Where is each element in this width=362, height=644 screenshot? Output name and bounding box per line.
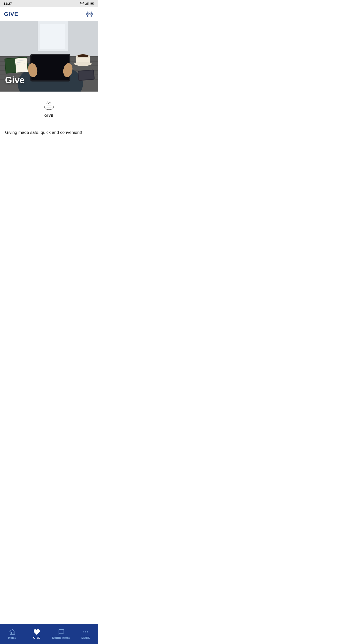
give-section-label: GIVE [44,114,54,117]
svg-rect-4 [88,2,89,5]
svg-rect-1 [85,4,86,5]
page-title: GIVE [4,11,18,17]
gear-icon [86,11,93,17]
content-spacer [0,146,98,196]
svg-rect-18 [40,24,65,49]
svg-point-8 [89,13,90,15]
main-content: GIVE [0,7,98,217]
signal-icon [85,2,89,6]
status-time: 11:27 [4,2,12,6]
svg-point-29 [77,54,88,57]
status-bar: 11:27 [0,0,98,7]
svg-rect-2 [86,3,87,5]
hero-image: Give [0,21,98,92]
give-illustration-icon [42,99,56,112]
status-icons [80,2,95,6]
svg-rect-3 [87,3,88,5]
svg-point-30 [74,62,92,66]
hero-title: Give [5,75,25,86]
description-section: Giving made safe, quick and convenient! [0,122,98,141]
svg-point-0 [82,4,82,5]
svg-rect-23 [31,55,69,80]
settings-button[interactable] [85,10,94,19]
app-bar: GIVE [0,7,98,21]
description-text: Giving made safe, quick and convenient! [5,129,93,136]
giving-hand-icon [42,99,56,112]
give-icon-section: GIVE [0,92,98,122]
svg-rect-7 [91,3,93,4]
svg-rect-6 [94,3,94,4]
wifi-icon [80,2,84,6]
battery-icon [90,2,95,6]
svg-rect-35 [15,58,28,73]
svg-rect-32 [78,70,94,80]
